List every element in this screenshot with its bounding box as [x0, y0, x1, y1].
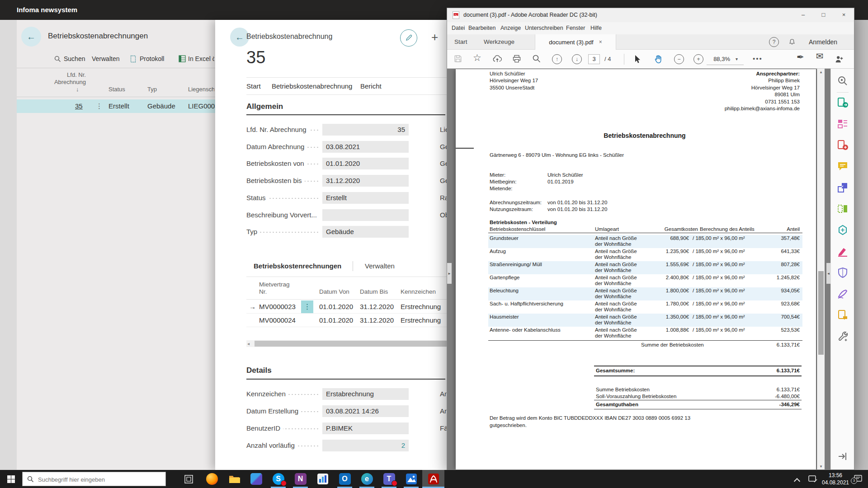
row-menu-icon[interactable]: ⋮	[301, 300, 313, 313]
tab-werkzeuge[interactable]: Werkzeuge	[484, 34, 514, 50]
tray-expand-icon[interactable]	[795, 477, 799, 485]
benutzerid-input[interactable]: P.BIMEK	[322, 422, 409, 434]
fill-sign-icon[interactable]: ✒	[797, 52, 804, 62]
open-output-panel-icon[interactable]	[837, 450, 849, 462]
betriebskosten-bis-input[interactable]: 31.12.2020	[322, 175, 409, 187]
anzahl-vorlaeufig-value[interactable]: 2	[322, 440, 409, 451]
save-icon[interactable]	[453, 54, 462, 63]
mietvertrag-link[interactable]: MV0000023	[259, 300, 296, 314]
previous-page-icon[interactable]: ↑	[552, 54, 562, 64]
subtable-tab[interactable]: Betriebskostenrechnungen	[254, 262, 341, 270]
tab-start[interactable]: Start	[246, 82, 261, 90]
sign-in-link[interactable]: Anmelden	[809, 34, 845, 50]
taskbar-edge[interactable]: e	[356, 470, 378, 488]
datum-erstellung-input[interactable]: 03.08.2021 14:26	[322, 405, 409, 417]
taskbar-firefox[interactable]	[201, 470, 223, 488]
taskbar-acrobat-active[interactable]	[422, 470, 444, 488]
protect-shield-icon[interactable]	[837, 267, 849, 278]
toolbar-verwalten[interactable]: Verwalten	[92, 55, 119, 62]
subtable-col-kennzeichen[interactable]: Kennzeichen	[401, 288, 436, 295]
organize-pages-icon[interactable]	[837, 203, 849, 215]
more-tools-icon[interactable]: •••	[753, 50, 763, 68]
menu-datei[interactable]: Datei	[452, 22, 465, 34]
subtable-verwalten[interactable]: Verwalten	[365, 262, 395, 270]
table-row[interactable]: 35 ⋮ Erstellt Gebäude LIEG0003	[17, 99, 215, 113]
taskbar-teams[interactable]: T	[378, 470, 400, 488]
column-header-liegenschaft[interactable]: Liegenschaf	[188, 86, 214, 93]
table-row[interactable]: → MV0000023 ⋮ 01.01.2020 31.12.2020 Erst…	[246, 300, 447, 314]
taskbar-onenote[interactable]: N	[289, 470, 311, 488]
acrobat-titlebar[interactable]: document (3).pdf - Adobe Acrobat Reader …	[447, 8, 854, 22]
scroll-left-icon[interactable]: ◂	[247, 340, 250, 347]
combine-files-icon[interactable]	[837, 182, 849, 193]
create-pdf-icon[interactable]	[837, 139, 849, 151]
more-tools-icon[interactable]	[837, 330, 849, 342]
find-icon[interactable]	[532, 54, 541, 63]
tab-betriebskostenabrechnung[interactable]: Betriebskostenabrechnung	[272, 82, 352, 90]
lfd-nr-input[interactable]: 35	[322, 124, 409, 136]
comment-icon[interactable]	[837, 160, 849, 172]
subtable-col-mietvertrag[interactable]: MietvertragNr.	[259, 281, 290, 296]
mietvertrag-link[interactable]: MV0000024	[259, 314, 296, 327]
taskbar-clock[interactable]: 13:56 04.08.2021	[821, 472, 850, 486]
menu-bearbeiten[interactable]: Bearbeiten	[468, 22, 495, 34]
tab-start[interactable]: Start	[454, 34, 467, 50]
edit-pdf-icon[interactable]	[837, 118, 849, 130]
minimize-button[interactable]: –	[793, 8, 813, 22]
record-link[interactable]: 35	[75, 99, 83, 113]
subtable-col-von[interactable]: Datum Von	[319, 288, 349, 295]
task-view-button[interactable]	[178, 470, 200, 488]
page-number-input[interactable]: 3	[588, 54, 600, 64]
taskbar-outlook[interactable]: O	[334, 470, 356, 488]
toolbar-suchen[interactable]: Suchen	[64, 55, 85, 62]
toolbar-excel[interactable]: In Excel ö	[188, 55, 214, 62]
zoom-level[interactable]: 88,3%	[708, 50, 730, 69]
kennzeichen-input[interactable]: Erstabrechnung	[322, 388, 409, 400]
cloud-upload-icon[interactable]	[492, 54, 502, 63]
typ-input[interactable]: Gebäude	[322, 226, 409, 238]
print-icon[interactable]	[512, 54, 521, 63]
close-button[interactable]: ×	[834, 8, 854, 22]
show-nav-pane-icon[interactable]: ▸	[447, 263, 452, 284]
pdf-page[interactable]: Ulrich SchüßlerHörvelsinger Weg 1735500 …	[456, 69, 816, 469]
select-tool-icon[interactable]	[632, 54, 642, 64]
taskbar-chart-app[interactable]	[311, 470, 334, 488]
section-allgemein[interactable]: Allgemein	[246, 102, 283, 111]
menu-hilfe[interactable]: Hilfe	[590, 22, 602, 34]
menu-fenster[interactable]: Fenster	[566, 22, 585, 34]
subtable-col-bis[interactable]: Datum Bis	[360, 288, 388, 295]
beschreibung-input[interactable]	[322, 209, 409, 221]
next-page-icon[interactable]: ↓	[572, 54, 582, 64]
table-row[interactable]: MV0000024 01.01.2020 31.12.2020 Erstrech…	[246, 314, 447, 327]
scrollbar-thumb[interactable]	[818, 271, 824, 355]
menu-unterschreiben[interactable]: Unterschreiben	[525, 22, 563, 34]
tablet-pen-icon[interactable]	[808, 475, 817, 483]
new-record-button[interactable]: +	[431, 30, 438, 44]
section-details[interactable]: Details	[246, 366, 272, 375]
tab-document[interactable]: document (3).pdf ×	[535, 34, 616, 50]
start-button[interactable]	[0, 470, 22, 488]
menu-anzeige[interactable]: Anzeige	[500, 22, 521, 34]
vertical-scrollbar[interactable]: ▴ ▾	[817, 69, 825, 469]
column-header-typ[interactable]: Typ	[147, 86, 157, 93]
zoom-caret-icon[interactable]: ▾	[736, 50, 738, 69]
highlight-pen-icon[interactable]	[837, 245, 849, 257]
export-pdf-icon[interactable]	[837, 97, 849, 108]
maximize-button[interactable]: □	[813, 8, 834, 22]
toolbar-protokoll[interactable]: Protokoll	[140, 55, 164, 62]
star-icon[interactable]: ☆	[473, 52, 481, 63]
action-center-button[interactable]: 3	[854, 474, 863, 485]
column-header-status[interactable]: Status	[108, 86, 125, 93]
taskbar-skype[interactable]: S	[267, 470, 289, 488]
close-tab-icon[interactable]: ×	[599, 39, 602, 45]
taskbar-explorer[interactable]	[223, 470, 245, 488]
collapse-tools-pane-icon[interactable]: ◂	[826, 263, 830, 284]
zoom-in-icon[interactable]: +	[693, 54, 703, 64]
tab-bericht[interactable]: Bericht	[360, 82, 382, 90]
taskbar-photos[interactable]	[400, 470, 422, 488]
hand-tool-icon[interactable]	[653, 54, 663, 64]
back-button[interactable]: ←	[21, 27, 41, 47]
scrollbar-thumb[interactable]	[255, 341, 447, 347]
datum-abrechnung-input[interactable]: 03.08.2021	[322, 141, 409, 153]
taskbar-blue-app[interactable]	[245, 470, 267, 488]
